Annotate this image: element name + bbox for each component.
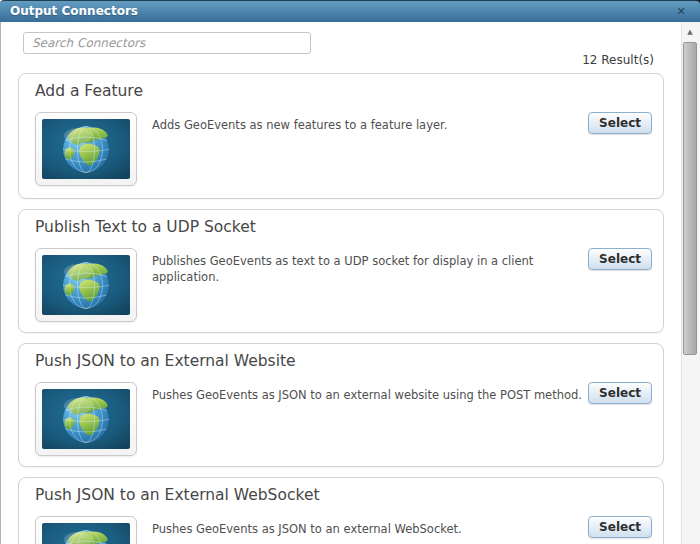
select-button[interactable]: Select [588, 516, 652, 538]
connector-thumbnail [35, 248, 137, 322]
connector-thumbnail [35, 112, 137, 186]
select-button[interactable]: Select [588, 112, 652, 134]
connector-card: Push JSON to an External Website Pushes … [18, 343, 664, 467]
connector-title: Push JSON to an External Website [35, 352, 296, 370]
connector-title: Add a Feature [35, 82, 143, 100]
connector-title: Publish Text to a UDP Socket [35, 218, 256, 236]
connector-description: Pushes GeoEvents as JSON to an external … [152, 388, 582, 404]
dialog-title: Output Connectors [10, 1, 138, 22]
connector-card: Publish Text to a UDP Socket Publishes G… [18, 209, 664, 333]
globe-icon [42, 523, 130, 544]
connector-description: Publishes GeoEvents as text to a UDP soc… [152, 254, 582, 285]
close-icon[interactable]: ✕ [674, 4, 688, 19]
select-button[interactable]: Select [588, 248, 652, 270]
dialog-body: 12 Result(s) Add a Feature Adds GeoEvent… [0, 22, 700, 544]
connector-description: Pushes GeoEvents as JSON to an external … [152, 522, 582, 538]
dialog-titlebar: Output Connectors ✕ [0, 0, 700, 22]
scrollbar-thumb[interactable] [683, 42, 697, 355]
search-input[interactable] [23, 32, 311, 54]
connector-card: Push JSON to an External WebSocket Pushe… [18, 477, 664, 544]
connector-thumbnail [35, 382, 137, 456]
globe-icon [42, 389, 130, 449]
connector-description: Adds GeoEvents as new features to a feat… [152, 118, 582, 134]
results-count: 12 Result(s) [582, 53, 654, 67]
globe-icon [42, 119, 130, 179]
select-button[interactable]: Select [588, 382, 652, 404]
globe-icon [42, 255, 130, 315]
connector-card: Add a Feature Adds GeoEvents as new feat… [18, 73, 664, 199]
connector-thumbnail [35, 516, 137, 544]
scroll-up-icon[interactable]: ▲ [682, 25, 698, 39]
connector-title: Push JSON to an External WebSocket [35, 486, 320, 504]
